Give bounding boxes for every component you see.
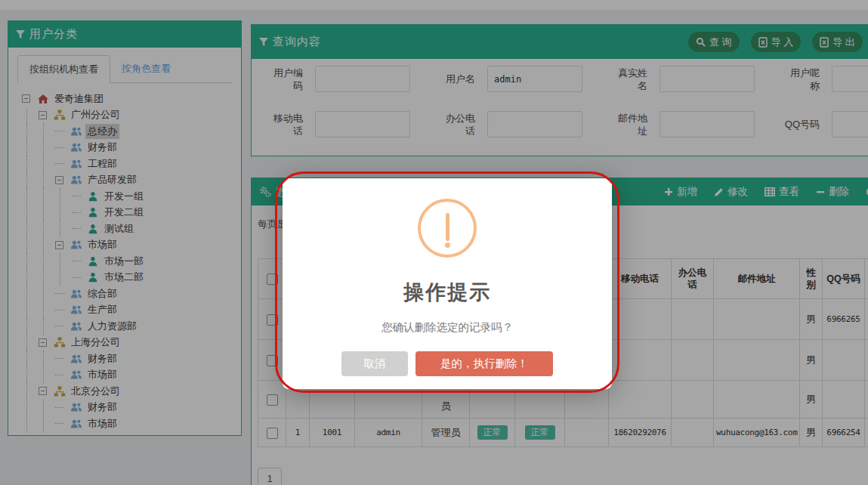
warning-icon: [418, 199, 477, 258]
confirm-dialog: 操作提示 您确认删除选定的记录吗？ 取消 是的，执行删除！: [283, 178, 612, 389]
confirm-delete-button[interactable]: 是的，执行删除！: [415, 351, 553, 376]
modal-message: 您确认删除选定的记录吗？: [283, 320, 612, 335]
cancel-button[interactable]: 取消: [341, 351, 408, 376]
modal-title: 操作提示: [283, 279, 612, 306]
